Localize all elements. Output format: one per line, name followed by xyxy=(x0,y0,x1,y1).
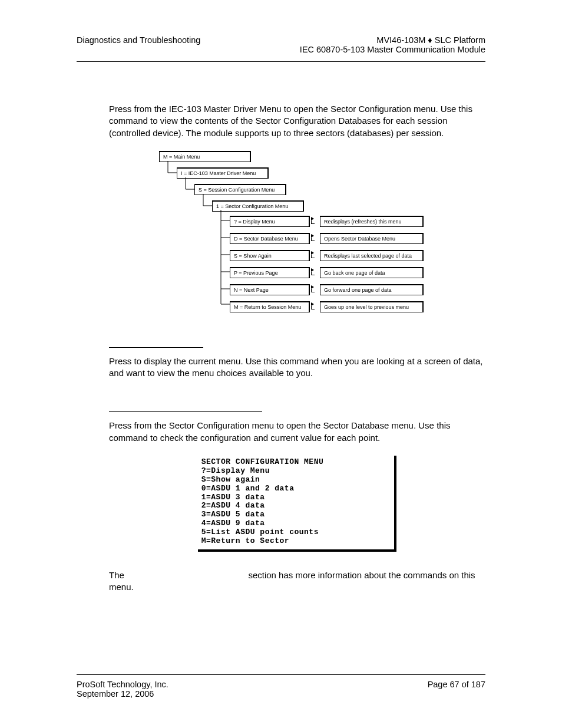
footer-left: ProSoft Technology, Inc. September 12, 2… xyxy=(77,680,168,699)
terminal-line: ?=Display Menu xyxy=(201,467,324,476)
terminal-line: SECTOR CONFIGURATION MENU xyxy=(201,458,324,467)
terminal-line: 2=ASDU 4 data xyxy=(201,502,324,510)
arrow-icon xyxy=(311,301,318,311)
para3: Press from the Sector Configuration menu… xyxy=(109,420,485,444)
header-right: MVI46-103M ♦ SLC Platform IEC 60870-5-10… xyxy=(300,35,485,54)
menu-item-right-5: Goes up one level to previous menu xyxy=(320,301,423,312)
arrow-icon xyxy=(311,250,318,259)
menu-item-right-2: Redisplays last selected page of data xyxy=(320,250,423,261)
menu-item-right-0: Redisplays (refreshes) this menu xyxy=(320,216,423,227)
subheading-1 xyxy=(109,338,203,348)
menu-item-right-4: Go forward one page of data xyxy=(320,284,423,295)
terminal-wrap: SECTOR CONFIGURATION MENU ?=Display Menu… xyxy=(109,456,485,552)
terminal-line: S=Show again xyxy=(201,476,324,485)
menu-item-left-3: P = Previous Page xyxy=(230,267,309,278)
terminal-line: 3=ASDU 5 data xyxy=(201,510,324,519)
arrow-icon xyxy=(311,216,318,225)
subheading-2 xyxy=(109,403,262,412)
terminal-screenshot: SECTOR CONFIGURATION MENU ?=Display Menu… xyxy=(198,456,397,552)
menu-box-driver: I = IEC-103 Master Driver Menu xyxy=(177,167,268,179)
intro-paragraph: Press from the IEC-103 Master Driver Men… xyxy=(109,103,485,139)
footer-date: September 12, 2006 xyxy=(77,689,168,699)
para4b: section has more information about the c… xyxy=(109,570,475,592)
arrow-icon xyxy=(311,284,318,294)
footer-right: Page 67 of 187 xyxy=(428,680,485,699)
page-footer: ProSoft Technology, Inc. September 12, 2… xyxy=(77,674,485,699)
terminal-line: 4=ASDU 9 data xyxy=(201,519,324,528)
page-header: Diagnostics and Troubleshooting MVI46-10… xyxy=(77,35,485,62)
para4: The section has more information about t… xyxy=(109,569,485,594)
menu-item-right-1: Opens Sector Database Menu xyxy=(320,233,423,244)
arrow-icon xyxy=(311,267,318,276)
menu-box-main: M = Main Menu xyxy=(159,151,250,162)
terminal-line: 5=List ASDU point counts xyxy=(201,528,324,537)
arrow-icon xyxy=(311,233,318,242)
menu-item-left-0: ? = Display Menu xyxy=(230,216,309,227)
menu-item-left-4: N = Next Page xyxy=(230,284,309,295)
menu-item-right-3: Go back one page of data xyxy=(320,267,423,278)
menu-item-left-5: M = Return to Session Menu xyxy=(230,301,309,312)
para2: Press to display the current menu. Use t… xyxy=(109,355,485,380)
menu-item-left-2: S = Show Again xyxy=(230,250,309,261)
terminal-line: 0=ASDU 1 and 2 data xyxy=(201,485,324,493)
page-content: Press from the IEC-103 Master Driver Men… xyxy=(77,62,485,594)
menu-tree-diagram: M = Main Menu I = IEC-103 Master Driver … xyxy=(159,151,465,316)
header-left: Diagnostics and Troubleshooting xyxy=(77,35,200,54)
header-product: MVI46-103M ♦ SLC Platform xyxy=(300,35,485,45)
header-subtitle: IEC 60870-5-103 Master Communication Mod… xyxy=(300,45,485,54)
terminal-line: 1=ASDU 3 data xyxy=(201,493,324,502)
footer-company: ProSoft Technology, Inc. xyxy=(77,680,168,689)
menu-box-sector: 1 = Sector Configuration Menu xyxy=(212,200,303,212)
terminal-line: M=Return to Sector xyxy=(201,537,324,546)
menu-item-left-1: D = Sector Database Menu xyxy=(230,233,309,244)
para4a: The xyxy=(109,570,124,580)
menu-box-session: S = Session Configuration Menu xyxy=(194,184,286,195)
